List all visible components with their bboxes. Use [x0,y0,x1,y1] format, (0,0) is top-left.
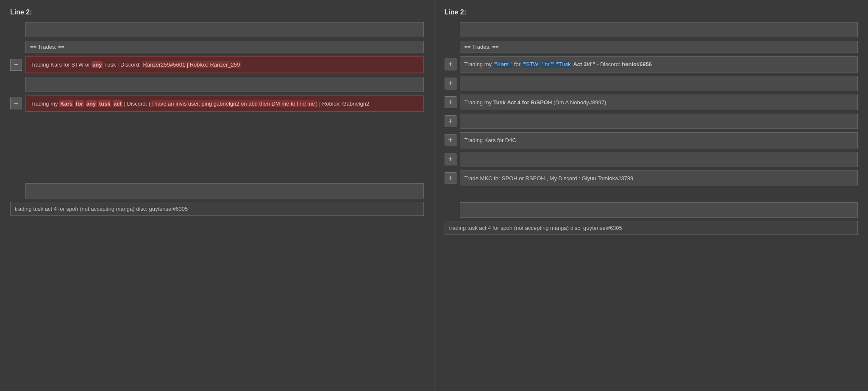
right-trade-entry-4: Trade MKC for SPOH or RSPOH , My Discord… [460,170,858,187]
right-empty-box-3 [460,114,858,129]
main-container: Line 2: == Trades: == − Trading Kars for… [0,0,868,391]
left-highlight-discord1: Ranzer259#5601 | Roblox: Ranzer_259 [142,61,241,68]
right-discord-text: henlo#6956 [622,61,652,67]
left-row-trade-2: − Trading my Kars for any tusk act | Dis… [10,95,424,112]
left-panel: Line 2: == Trades: == − Trading Kars for… [0,0,434,391]
left-trade-entry-1: Trading Kars for STW or any Tusk | Disco… [25,56,424,73]
right-trade-entry-1: Trading my '''Kars''' for '''STW '''or '… [460,56,858,73]
left-row-empty-1 [10,22,424,37]
left-remove-btn-1[interactable]: − [10,59,22,71]
left-remove-btn-2[interactable]: − [10,98,22,109]
left-footer-text: trading tusk act 4 for spoh (not accepti… [10,202,424,216]
right-add-btn-5[interactable]: + [445,134,456,146]
right-h-stw: '''STW [522,61,539,68]
left-panel-title: Line 2: [10,8,424,16]
right-empty-box-2 [460,76,858,91]
right-h-kars: '''Kars''' [493,61,513,68]
right-h-or: '''or ''' [541,61,555,68]
right-panel-title: Line 2: [445,8,858,16]
right-footer-empty [445,202,858,218]
left-highlight-any: any [92,61,103,68]
left-footer-empty [10,183,424,198]
left-row-empty-2 [10,77,424,92]
right-h-tusk: '''Tusk [555,61,572,68]
right-trade-entry-3: Trading Kars for D4C [460,132,858,148]
right-empty-box-1 [460,22,858,37]
right-row-empty-1 [445,22,858,37]
left-empty-box-2 [25,77,424,92]
right-add-btn-4[interactable]: + [445,115,456,127]
right-row-trade-4: + Trade MKC for SPOH or RSPOH , My Disco… [445,170,858,187]
right-tusk-act4: Tusk Act 4 for R/SPOH [493,99,552,106]
left-empty-box-1 [25,22,424,37]
right-row-trade-2: + Trading my Tusk Act 4 for R/SPOH (Dm A… [445,95,858,111]
left-h-act: act [113,100,122,107]
right-row-empty-4: + [445,152,858,167]
right-add-btn-1[interactable]: + [445,59,456,70]
right-row-empty-3: + [445,114,858,129]
left-row-trade-1: − Trading Kars for STW or any Tusk | Dis… [10,56,424,73]
right-act-text: Act 3/4''' [573,61,595,67]
right-row-empty-2: + [445,76,858,91]
right-add-btn-7[interactable]: + [445,172,456,184]
left-h-for: for [75,100,84,107]
right-add-btn-6[interactable]: + [445,154,456,165]
right-footer-empty-box [460,202,858,218]
left-trades-label: == Trades: == [25,41,424,53]
right-row-trade-1: + Trading my '''Kars''' for '''STW '''or… [445,56,858,73]
right-row-trade-3: + Trading Kars for D4C [445,132,858,148]
right-empty-box-4 [460,152,858,167]
left-footer-empty-box [25,183,424,198]
left-h-kars: Kars [59,100,73,107]
right-add-btn-3[interactable]: + [445,96,456,108]
right-panel: Line 2: == Trades: == + Trading my '''Ka… [434,0,868,391]
left-row-trades-label: == Trades: == [10,41,424,53]
left-trade-entry-2: Trading my Kars for any tusk act | Disco… [25,95,424,112]
right-row-trades-label: == Trades: == [445,41,858,53]
left-h-invis: I have an invis user, ping gabrielgri2 o… [150,100,316,107]
left-h-tusk: tusk [98,100,111,107]
right-trade-entry-2: Trading my Tusk Act 4 for R/SPOH (Dm A N… [460,95,858,111]
left-h-any: any [86,100,97,107]
right-add-btn-2[interactable]: + [445,78,456,89]
right-trades-label: == Trades: == [460,41,858,53]
right-footer-text: trading tusk act 4 for spoh (not accepti… [445,221,858,235]
